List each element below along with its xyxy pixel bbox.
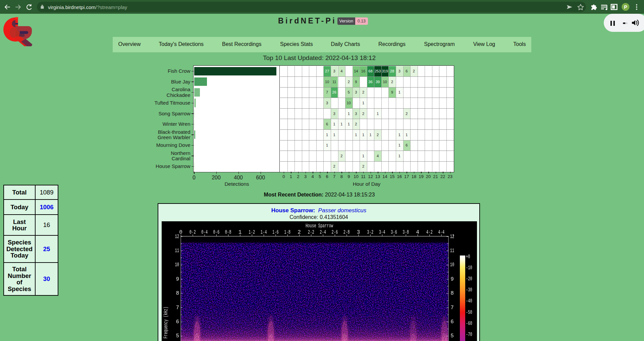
svg-text:-10: -10 [466,265,472,271]
svg-text:10: 10 [450,262,454,268]
svg-text:2·8: 2·8 [343,229,350,235]
svg-text:11: 11 [450,248,454,254]
svg-text:5: 5 [450,333,454,339]
svg-text:P: P [624,4,627,10]
svg-text:-70: -70 [466,332,472,338]
svg-text:-30: -30 [466,287,472,293]
svg-text:7: 7 [176,305,179,311]
svg-text:5: 5 [176,333,179,339]
svg-text:8: 8 [450,290,454,296]
svg-text:12: 12 [175,234,179,240]
svg-text:3·8: 3·8 [402,229,409,235]
svg-text:House Sparrow: House Sparrow [306,223,333,229]
svg-text:-50: -50 [466,309,472,316]
svg-text:6: 6 [450,319,454,325]
svg-text:10: 10 [175,262,179,268]
svg-text:8: 8 [176,290,179,296]
svg-text:-40: -40 [466,298,472,304]
svg-text:+0: +0 [466,254,470,260]
svg-text:11: 11 [175,248,179,254]
svg-text:-60: -60 [466,321,472,327]
svg-text:virginia.birdnetpi.com/?stream: virginia.birdnetpi.com/?stream=play [48,4,127,10]
svg-text:9: 9 [450,276,454,282]
svg-text:7: 7 [450,305,454,311]
svg-text:-20: -20 [466,276,472,282]
svg-text:0·4: 0·4 [201,229,208,235]
svg-text:Frequency (kHz): Frequency (kHz) [163,307,169,339]
svg-text:9: 9 [176,276,179,282]
svg-text:12: 12 [450,234,454,240]
svg-text:6: 6 [176,319,179,325]
svg-text:0·2: 0·2 [190,229,196,235]
